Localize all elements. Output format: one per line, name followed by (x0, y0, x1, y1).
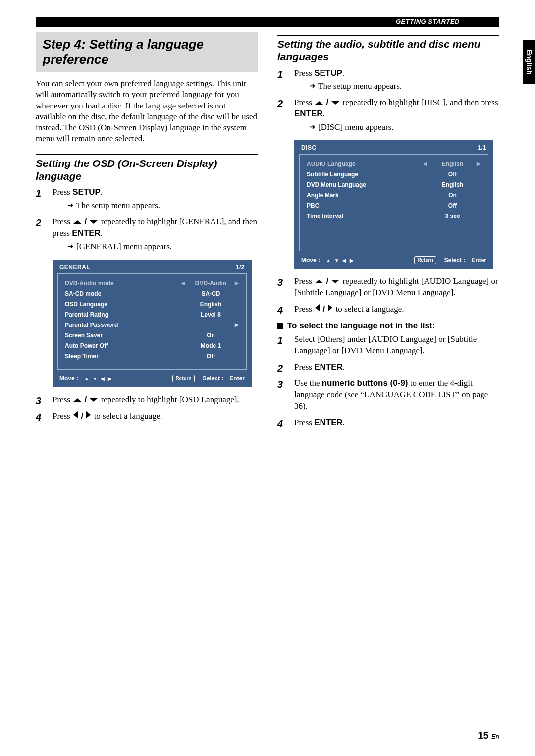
osd-enter-label: Enter (471, 257, 486, 264)
osd-body: AUDIO Language◀English▶Subtitle Language… (299, 154, 488, 251)
osd-row-value: Level 8 (193, 311, 229, 318)
step-2-text-a: Press (294, 98, 314, 107)
up-icon (73, 220, 81, 224)
top-black-bar: GETTING STARTED (36, 17, 499, 27)
return-icon: Return (172, 375, 194, 382)
step-2-result: [DISC] menu appears. (294, 122, 499, 133)
osd-footer: Move : ▲ ▼ ◀ ▶ Return Select : Enter (294, 254, 493, 269)
osd-row-value: English (435, 161, 471, 167)
osd-row-value: Off (435, 171, 471, 178)
osd-row-label: AUDIO Language (300, 161, 410, 167)
tstep-3: Use the numeric buttons (0-9) to enter t… (277, 378, 499, 412)
osd-row-label: SA-CD mode (58, 290, 168, 297)
osd-row-value: On (193, 332, 229, 339)
down-icon (331, 280, 339, 283)
osd-row: PBCOff (300, 200, 488, 211)
osd-row: OSD LanguageEnglish (58, 299, 246, 309)
osd-row-label: DVD-Audio mode (58, 280, 168, 287)
osd-page: 1/2 (236, 264, 245, 270)
down-icon (90, 220, 98, 224)
step-4: Press / to select a language. (277, 304, 499, 315)
step-3: Press / repeatedly to highlight [OSD Lan… (36, 394, 258, 406)
section-heading: Setting the audio, subtitle and disc men… (277, 38, 499, 64)
step-2-text-b: repeatedly to highlight [DISC], and then… (340, 98, 498, 107)
step-1: Press SETUP. The setup menu appears. (36, 187, 258, 212)
osd-page: 1/1 (478, 144, 486, 151)
arrows-icon: ▲ ▼ ◀ ▶ (84, 376, 113, 381)
step-1-text-a: Press (294, 68, 314, 78)
step-title: Step 4: Setting a language preference (43, 37, 251, 67)
tstep-4: Press ENTER. (277, 417, 499, 429)
osd-enter-label: Enter (229, 375, 245, 382)
osd-row-value: SA-CD (193, 290, 229, 297)
enter-key: ENTER (314, 362, 343, 372)
osd-select-label: Select : (444, 257, 466, 264)
sub-head-text: To select the language not in the list: (287, 321, 435, 330)
osd-row-value: On (435, 192, 471, 199)
osd-row: Parental RatingLevel 8 (58, 309, 246, 320)
disc-steps-cont: Press / repeatedly to highlight [AUDIO L… (277, 276, 499, 315)
osd-row: Sleep TimerOff (58, 351, 246, 361)
right-arrow-icon: ▶ (235, 280, 241, 286)
tstep-4-a: Press (294, 418, 314, 427)
intro-paragraph: You can select your own preferred langua… (36, 78, 258, 144)
osd-row-label: DVD Menu Language (300, 181, 410, 188)
step-4: Press / to select a language. (36, 411, 258, 422)
page-number-num: 15 (478, 730, 488, 741)
osd-row-value: Off (435, 202, 471, 209)
osd-row: DVD Menu LanguageEnglish (300, 179, 488, 190)
section-rule (36, 154, 258, 155)
disc-steps: Press SETUP. The setup menu appears. Pre… (277, 68, 499, 134)
tstep-2-a: Press (294, 362, 314, 372)
section-rule (277, 35, 499, 36)
osd-row: AUDIO Language◀English▶ (300, 159, 488, 169)
osd-row: Parental Password▶ (58, 320, 246, 330)
step-title-box: Step 4: Setting a language preference (36, 32, 258, 72)
step-1: Press SETUP. The setup menu appears. (277, 68, 499, 93)
osd-row: Angle MarkOn (300, 190, 488, 200)
osd-move-label: Move : (301, 257, 320, 264)
tstep-2-b: . (343, 362, 345, 372)
return-icon: Return (414, 256, 436, 264)
osd-row-value: Off (193, 353, 229, 360)
left-arrow-icon: ◀ (181, 280, 187, 286)
others-steps: Select [Others] under [AUDIO Language] o… (277, 334, 499, 429)
enter-key: ENTER (72, 228, 101, 238)
left-icon (315, 304, 320, 311)
osd-row-label: PBC (300, 202, 410, 209)
step-4-text-a: Press (294, 304, 314, 314)
tstep-1: Select [Others] under [AUDIO Language] o… (277, 334, 499, 357)
osd-row-label: Subtitle Language (300, 171, 410, 178)
tstep-3-a: Use the (294, 378, 322, 388)
step-2-text-c: . (101, 228, 103, 238)
osd-header: DISC 1/1 (294, 140, 493, 154)
enter-key: ENTER (314, 418, 343, 427)
right-icon (328, 304, 332, 311)
step-2: Press / repeatedly to highlight [GENERAL… (36, 216, 258, 253)
arrows-icon: ▲ ▼ ◀ ▶ (326, 258, 355, 263)
osd-row: Subtitle LanguageOff (300, 169, 488, 179)
down-icon (90, 398, 98, 402)
up-icon (73, 398, 81, 402)
osd-row-value: DVD-Audio (193, 280, 229, 287)
osd-move-label: Move : (59, 375, 78, 382)
tstep-4-b: . (343, 418, 345, 427)
language-tab: English (523, 40, 535, 84)
osd-footer: Move : ▲ ▼ ◀ ▶ Return Select : Enter (53, 373, 252, 387)
osd-row-value: Mode 1 (193, 342, 229, 349)
osd-row-value: English (193, 301, 229, 308)
osd-row-label: Screen Saver (58, 332, 168, 339)
step-3-text-b: repeatedly to highlight [AUDIO Language]… (294, 276, 498, 297)
step-1-text-a: Press (53, 187, 72, 197)
numeric-key: numeric buttons (0-9) (322, 378, 408, 388)
enter-key: ENTER (294, 109, 323, 118)
right-icon (86, 411, 91, 418)
left-icon (73, 411, 78, 418)
osd-row-label: Angle Mark (300, 192, 410, 199)
step-1-text-b: . (101, 187, 103, 197)
osd-row: DVD-Audio mode◀DVD-Audio▶ (58, 278, 246, 288)
osd-steps: Press SETUP. The setup menu appears. Pre… (36, 187, 258, 253)
right-column: Setting the audio, subtitle and disc men… (277, 32, 499, 433)
osd-row-value: English (435, 181, 471, 188)
right-arrow-icon: ▶ (235, 322, 241, 327)
